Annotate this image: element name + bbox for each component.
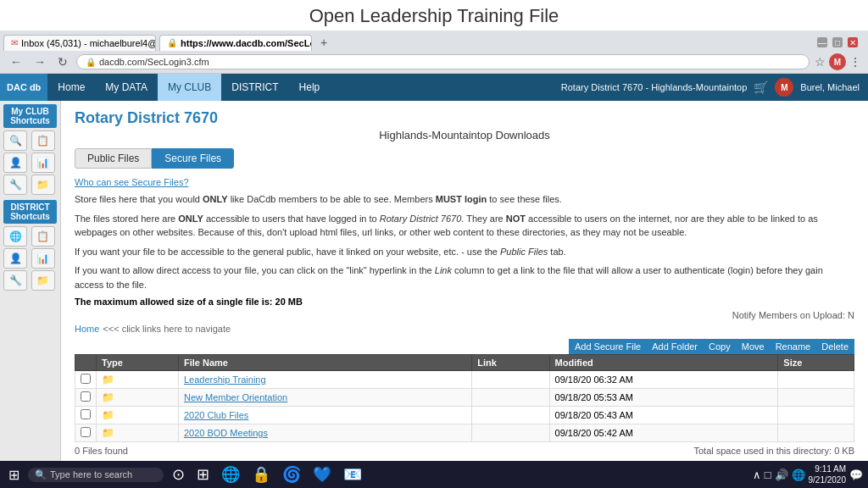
district-icon-2[interactable]: 📋 [31,226,55,247]
district-icon-6[interactable]: 📁 [31,270,55,291]
window-controls: — □ ✕ [817,37,865,47]
tray-sound[interactable]: 🔊 [775,469,788,481]
file-name-link[interactable]: 2020 BOD Meetings [184,428,268,438]
info-para-3: If you want your file to be accessible t… [75,245,854,259]
clock-date: 9/21/2020 [809,474,847,485]
close-button[interactable]: ✕ [848,37,858,47]
add-secure-file-button[interactable]: Add Secure File [569,339,647,354]
tray-network[interactable]: 🌐 [792,469,805,481]
district-icon-4[interactable]: 📊 [31,248,55,269]
district-icon-1[interactable]: 🌐 [3,226,27,247]
folder-icon: 📁 [102,374,114,385]
header-right: Rotary District 7670 - Highlands-Mountai… [561,78,868,97]
nav-mydata[interactable]: My DATA [95,74,158,101]
cart-icon[interactable]: 🛒 [754,80,768,94]
file-name-link[interactable]: Leadership Training [184,374,266,385]
browser-tab-gmail[interactable]: ✉ Inbox (45,031) - michaelburel4@... [3,35,156,51]
minimize-button[interactable]: — [817,37,827,47]
sidebar-icon-4[interactable]: 📊 [31,152,55,173]
file-checkbox[interactable] [81,427,91,437]
forward-button[interactable]: → [31,53,49,70]
reload-button[interactable]: ↻ [54,53,71,70]
user-name: Burel, Michael [800,82,860,92]
rename-button[interactable]: Rename [771,339,817,354]
avatar-icon[interactable]: M [829,53,846,70]
tray-window[interactable]: □ [765,469,771,481]
breadcrumb-home[interactable]: Home [75,324,99,334]
browser-tab-dacdb[interactable]: 🔒 https://www.dacdb.com/SecLog... ✕ [159,35,312,51]
sidebar-icon-2[interactable]: 📋 [31,130,55,151]
search-placeholder: Type here to search [50,469,132,480]
add-folder-button[interactable]: Add Folder [647,339,704,354]
start-button[interactable]: ⊞ [5,465,23,485]
task-icon-email[interactable]: 📧 [340,463,365,485]
delete-button[interactable]: Delete [816,339,854,354]
tab-label-dacdb: https://www.dacdb.com/SecLog... [181,38,312,48]
table-row: 📁 2020 BOD Meetings 09/18/20 05:42 AM [75,424,854,442]
folder-icon: 📁 [102,427,114,439]
row-type: 📁 [97,389,179,407]
sidebar-icon-1[interactable]: 🔍 [3,130,27,151]
district-icon-5[interactable]: 🔧 [3,270,27,291]
logo-area: DAC db [0,74,47,101]
address-bar[interactable]: 🔒 dacdb.com/SecLogin3.cfm [76,54,810,69]
tab-secure-files[interactable]: Secure Files [152,148,234,169]
tab-public-files[interactable]: Public Files [75,148,152,169]
nav-myclub[interactable]: My CLUB [158,74,221,101]
row-checkbox[interactable] [75,389,97,407]
tray-chevron[interactable]: ∧ [753,469,761,481]
files-found-count: 0 Files found [75,446,128,456]
sidebar-icon-5[interactable]: 🔧 [3,175,27,195]
nav-help[interactable]: Help [289,74,331,101]
task-icon-view[interactable]: ⊙ [169,463,188,485]
move-button[interactable]: Move [737,339,771,354]
search-icon: 🔍 [35,469,47,480]
task-icon-lock[interactable]: 🔒 [248,463,274,485]
row-checkbox[interactable] [75,371,97,389]
district-icon-3[interactable]: 👤 [3,248,27,269]
file-checkbox[interactable] [81,374,91,384]
row-checkbox[interactable] [75,407,97,424]
copy-button[interactable]: Copy [704,339,737,354]
col-modified: Modified [549,355,778,371]
maximize-button[interactable]: □ [832,37,843,47]
folder-icon: 📁 [102,409,114,421]
sidebar-icon-6[interactable]: 📁 [31,175,55,195]
bookmark-icon[interactable]: ☆ [815,55,826,69]
file-checkbox[interactable] [81,391,91,402]
task-icon-swirl[interactable]: 🌀 [279,463,304,485]
ssl-lock-icon: 🔒 [86,58,96,67]
sidebar: My CLUBShortcuts 🔍 📋 👤 📊 🔧 📁 DISTRICTSho… [0,101,61,480]
row-link [472,389,549,407]
browser-extra-icons: ☆ M ⋮ [815,53,861,70]
tabs-row: Public Files Secure Files [75,148,854,169]
user-avatar[interactable]: M [775,78,793,97]
more-icon[interactable]: ⋮ [849,55,861,69]
row-filename: 2020 BOD Meetings [178,424,471,442]
file-name-link[interactable]: New Member Orientation [184,392,287,402]
task-icon-globe[interactable]: 🌐 [218,463,243,485]
taskbar-tray: ∧ □ 🔊 🌐 9:11 AM 9/21/2020 💬 [753,463,863,485]
task-icon-grid[interactable]: ⊞ [193,463,213,485]
main-layout: My CLUBShortcuts 🔍 📋 👤 📊 🔧 📁 DISTRICTSho… [0,101,868,480]
space-used: Total space used in this directory: 0 KB [693,446,854,456]
file-name-link[interactable]: 2020 Club Files [184,410,248,420]
file-checkbox[interactable] [81,409,91,419]
col-checkbox [75,355,97,371]
row-filename: New Member Orientation [178,389,471,407]
task-icon-blue[interactable]: 💙 [309,463,335,485]
table-footer: 0 Files found Total space used in this d… [75,446,854,456]
notification-icon[interactable]: 💬 [849,469,863,481]
row-link [472,424,549,442]
sidebar-icon-3[interactable]: 👤 [3,152,27,173]
search-bar[interactable]: 🔍 Type here to search [28,468,164,482]
back-button[interactable]: ← [7,53,25,70]
new-tab-button[interactable]: + [315,34,332,51]
nav-district[interactable]: DISTRICT [221,74,288,101]
row-filename: 2020 Club Files [178,407,471,424]
max-size-label: The maximum allowed size of a single fil… [75,297,854,307]
page-subtitle: Highlands-Mountaintop Downloads [75,129,854,141]
nav-home[interactable]: Home [47,74,95,101]
row-checkbox[interactable] [75,424,97,442]
who-can-see-link[interactable]: Who can see Secure Files? [75,177,854,187]
